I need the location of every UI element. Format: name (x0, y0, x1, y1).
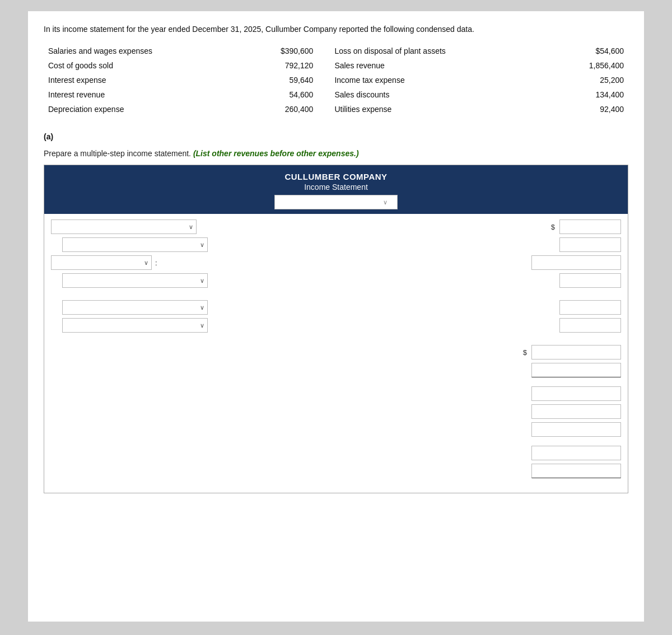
dropdown-1[interactable] (51, 220, 197, 234)
instruction-text: Prepare a multiple-step income statement… (44, 149, 628, 158)
item-value2: 134,400 (528, 87, 628, 102)
input-8a[interactable] (531, 386, 621, 401)
form-row-6 (62, 318, 621, 333)
form-row-8 (51, 386, 621, 437)
dropdown-5[interactable] (62, 300, 208, 315)
item-label: Depreciation expense (44, 102, 226, 116)
item-label: Interest expense (44, 73, 226, 87)
table-row: Interest expense 59,640 Income tax expen… (44, 73, 628, 87)
dropdown-wrapper-4 (62, 273, 208, 288)
form-row-3: : (51, 255, 621, 270)
dollar-sign-7: $ (523, 348, 527, 357)
form-row-9 (51, 446, 621, 478)
date-text-input[interactable] (277, 198, 383, 207)
table-row: Salaries and wages expenses $390,600 Los… (44, 44, 628, 58)
item-value: 260,400 (226, 102, 318, 116)
input-6[interactable] (559, 318, 621, 333)
input-7a[interactable] (531, 345, 621, 359)
section-a-label: (a) (44, 132, 628, 141)
dropdown-2[interactable] (62, 237, 208, 252)
item-label2: Sales revenue (318, 58, 528, 73)
input-9a[interactable] (531, 446, 621, 460)
company-name: CULLUMBER COMPANY (49, 172, 623, 181)
instruction-italic: (List other revenues before other expens… (193, 149, 359, 158)
table-row: Depreciation expense 260,400 Utilities e… (44, 102, 628, 116)
dropdown-4[interactable] (62, 273, 208, 288)
table-row: Cost of goods sold 792,120 Sales revenue… (44, 58, 628, 73)
colon-3: : (155, 259, 157, 267)
form-row-5 (62, 300, 621, 315)
intro-text: In its income statement for the year end… (44, 25, 628, 34)
item-label: Interest revenue (44, 87, 226, 102)
item-value: 792,120 (226, 58, 318, 73)
statement-title: Income Statement (49, 183, 623, 192)
dropdown-3[interactable] (51, 255, 152, 270)
item-label2: Income tax expense (318, 73, 528, 87)
date-input[interactable]: ∨ (274, 195, 398, 209)
item-label: Cost of goods sold (44, 58, 226, 73)
form-row-7: $ (51, 345, 621, 377)
input-9b[interactable] (531, 464, 621, 478)
input-2[interactable] (559, 237, 621, 252)
date-row: ∨ (49, 195, 623, 209)
form-row-4 (62, 273, 621, 288)
input-3[interactable] (531, 255, 621, 270)
data-table: Salaries and wages expenses $390,600 Los… (44, 44, 628, 116)
item-value: 59,640 (226, 73, 318, 87)
form-header: CULLUMBER COMPANY Income Statement ∨ (44, 165, 628, 214)
dropdown-wrapper-3 (51, 255, 152, 270)
input-1[interactable] (559, 220, 621, 234)
input-7b[interactable] (531, 363, 621, 377)
table-row: Interest revenue 54,600 Sales discounts … (44, 87, 628, 102)
item-value2: 25,200 (528, 73, 628, 87)
item-value2: 92,400 (528, 102, 628, 116)
item-label: Salaries and wages expenses (44, 44, 226, 58)
income-statement-form: CULLUMBER COMPANY Income Statement ∨ (44, 165, 628, 493)
item-label2: Utilities expense (318, 102, 528, 116)
item-label2: Loss on disposal of plant assets (318, 44, 528, 58)
input-5[interactable] (559, 300, 621, 315)
input-8b[interactable] (531, 404, 621, 419)
item-value2: 1,856,400 (528, 58, 628, 73)
input-8c[interactable] (531, 422, 621, 437)
dropdown-wrapper-5 (62, 300, 208, 315)
dollar-sign-1: $ (551, 223, 555, 231)
item-value2: $54,600 (528, 44, 628, 58)
page-container: In its income statement for the year end… (28, 11, 644, 622)
form-body: $ (44, 214, 628, 493)
form-row-2 (62, 237, 621, 252)
dropdown-6[interactable] (62, 318, 208, 333)
dropdown-wrapper-1 (51, 220, 197, 234)
item-value: $390,600 (226, 44, 318, 58)
input-4[interactable] (559, 273, 621, 288)
dropdown-wrapper-6 (62, 318, 208, 333)
dropdown-wrapper-2 (62, 237, 208, 252)
form-row-1: $ (51, 220, 621, 234)
item-label2: Sales discounts (318, 87, 528, 102)
item-value: 54,600 (226, 87, 318, 102)
